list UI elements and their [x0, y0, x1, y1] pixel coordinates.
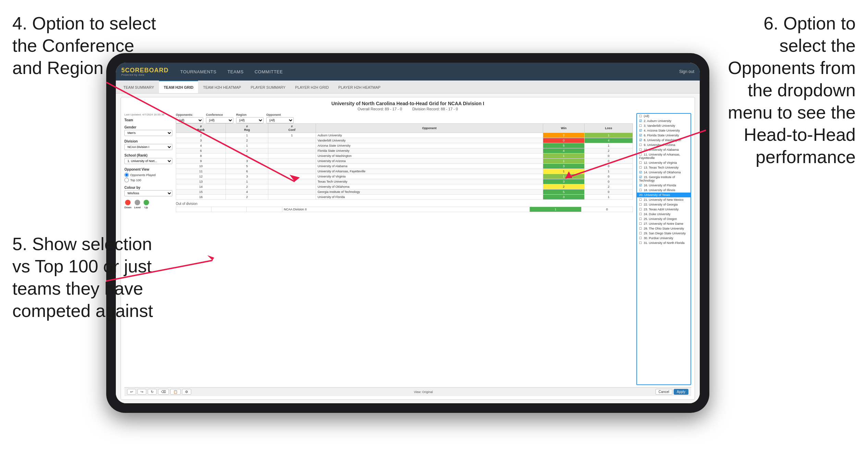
radio-top-100[interactable]: Top 100 — [124, 178, 172, 182]
h2h-header: University of North Carolina Head-to-Hea… — [124, 101, 691, 111]
dropdown-item[interactable]: ☑ 14. University of Oklahoma — [637, 170, 690, 175]
tab-player-h2h-grid[interactable]: PLAYER H2H GRID — [290, 81, 333, 93]
dropdown-item[interactable]: 20. University of Texas — [637, 193, 690, 197]
school-select[interactable]: 1. University of Nort... — [124, 158, 172, 164]
nav-committee[interactable]: COMMITTEE — [250, 67, 288, 76]
dropdown-item[interactable]: ☐ 30. Purdue University — [637, 236, 690, 241]
dropdown-item[interactable]: ☐ 24. Duke University — [637, 212, 690, 217]
dropdown-item[interactable]: ☑ 4. Arizona State University — [637, 128, 690, 133]
out-div-label: Out of division — [176, 202, 633, 206]
dropdown-item[interactable]: ☑ 15. Georgia Institute of Technology — [637, 175, 690, 183]
dropdown-item[interactable]: ☐ 21. University of New Mexico — [637, 197, 690, 202]
tab-player-summary[interactable]: PLAYER SUMMARY — [246, 81, 290, 93]
dropdown-item[interactable]: ☐ 3. Vanderbilt University — [637, 123, 690, 128]
tab-team-summary[interactable]: TEAM SUMMARY — [119, 81, 159, 93]
region-filter-select[interactable]: (All) — [236, 117, 264, 123]
cell-opponent: University of Washington — [316, 153, 543, 159]
dropdown-item[interactable]: ☐ 27. University of Notre Dame — [637, 221, 690, 226]
cell-win: 4 — [543, 148, 585, 153]
cell-conf — [268, 159, 316, 164]
dropdown-item[interactable]: ☑ 6. Florida State University — [637, 133, 690, 138]
dropdown-item[interactable]: ☐ 10. University of Alabama — [637, 147, 690, 152]
tab-team-h2h-grid[interactable]: TEAM H2H GRID — [159, 81, 198, 93]
dropdown-item[interactable]: ☑ 2. Auburn University — [637, 119, 690, 123]
out-div-table: NCAA Division II 1 0 — [176, 207, 633, 212]
opponent-filter-select[interactable]: (All) — [266, 117, 294, 123]
last-updated: Last Updated: 4/7/2024 16:55:38 — [124, 113, 172, 116]
dropdown-item[interactable]: ☐ 25. University of Oregon — [637, 217, 690, 221]
cell-reg: 2 — [226, 195, 268, 200]
cell-opponent: University of Alabama — [316, 164, 543, 169]
dropdown-item[interactable]: ☐ 23. Texas A&M University — [637, 207, 690, 212]
legend-down-circle — [125, 200, 131, 205]
nav-tournaments[interactable]: TOURNAMENTS — [175, 67, 221, 76]
opponents-filter-group: Opponents: (All) — [176, 113, 203, 123]
dropdown-item[interactable]: ☐ 9. University of Arizona — [637, 143, 690, 147]
dropdown-item[interactable]: ☐ 18. University of Illinois — [637, 188, 690, 193]
radio-opponents-played[interactable]: Opponents Played — [124, 173, 172, 177]
cell-rank: 15 — [176, 189, 226, 195]
cell-opponent: Georgia Institute of Technology — [316, 189, 543, 195]
dropdown-item[interactable]: ☐ 12. University of Virginia — [637, 160, 690, 165]
cell-opponent: Vanderbilt University — [316, 138, 543, 143]
cell-loss: 0 — [584, 189, 633, 195]
dropdown-item[interactable]: ☐ 29. San Diego State University — [637, 231, 690, 236]
cell-conf — [268, 184, 316, 189]
cell-reg: 4 — [226, 189, 268, 195]
apply-button[interactable]: Apply — [674, 389, 688, 395]
cell-conf — [268, 169, 316, 174]
undo-button[interactable]: ↩ — [127, 389, 136, 395]
redo-button[interactable]: ↪ — [137, 389, 146, 395]
dropdown-item[interactable]: ☐ (All) — [637, 114, 690, 119]
nav-teams[interactable]: TEAMS — [223, 67, 248, 76]
team-label: Team — [124, 118, 172, 122]
table-row: 8 1 University of Washington 1 0 — [176, 153, 633, 159]
dropdown-item[interactable]: ☑ 8. University of Washington — [637, 138, 690, 143]
tab-team-h2h-heatmap[interactable]: TEAM H2H HEATMAP — [198, 81, 246, 93]
dropdown-item[interactable]: ☐ 31. University of North Florida — [637, 241, 690, 245]
table-row: 10 5 University of Alabama 3 0 — [176, 164, 633, 169]
dropdown-item[interactable]: ☐ 11. University of Arkansas, Fayettevil… — [637, 152, 690, 160]
cell-win: 1 — [543, 153, 585, 159]
colour-by-select[interactable]: Win/loss — [124, 190, 172, 196]
settings-button[interactable]: ⚙ — [182, 389, 191, 395]
copy-button[interactable]: ⌫ — [158, 389, 169, 395]
tab-player-h2h-heatmap[interactable]: PLAYER H2H HEATMAP — [333, 81, 385, 93]
conference-filter-select[interactable]: (All) — [206, 117, 233, 123]
opponent-filter-group: Opponent (All) — [266, 113, 294, 123]
paste-button[interactable]: 📋 — [170, 389, 181, 395]
dropdown-item[interactable]: ☐ 22. University of Georgia — [637, 202, 690, 207]
col-win: Win — [543, 124, 585, 133]
table-row: 12 3 University of Virginia 1 0 — [176, 174, 633, 179]
h2h-table: #Rank #Reg #Conf Opponent Win Loss — [176, 123, 633, 200]
annotation-top-left: 4. Option to select the Conference and R… — [12, 12, 156, 79]
division-section: Division NCAA Division I — [124, 139, 172, 150]
cell-loss: 0 — [584, 174, 633, 179]
division-select[interactable]: NCAA Division I — [124, 144, 172, 150]
reset-button[interactable]: ↻ — [148, 389, 157, 395]
opponents-filter-select[interactable]: (All) — [176, 117, 203, 123]
cell-reg: 1 — [226, 179, 268, 184]
cancel-button[interactable]: Cancel — [656, 389, 672, 395]
cell-rank: 8 — [176, 153, 226, 159]
dropdown-item[interactable]: ☑ 16. University of Florida — [637, 183, 690, 188]
cell-rank: 6 — [176, 148, 226, 153]
table-row: 9 3 University of Arizona 1 0 — [176, 159, 633, 164]
cell-conf — [268, 138, 316, 143]
cell-reg: 2 — [226, 184, 268, 189]
table-row: 11 6 University of Arkansas, Fayettevill… — [176, 169, 633, 174]
cell-win: 1 — [543, 174, 585, 179]
dropdown-item[interactable]: ☐ 13. Texas Tech University — [637, 165, 690, 170]
table-row: 14 2 University of Oklahoma 2 2 — [176, 184, 633, 189]
cell-opponent: University of Arizona — [316, 159, 543, 164]
cell-rank: 10 — [176, 164, 226, 169]
nav-signout[interactable]: Sign out — [679, 69, 694, 74]
legend-up-circle — [144, 200, 149, 205]
region-filter-group: Region (All) — [236, 113, 264, 123]
gender-select[interactable]: Men's — [124, 130, 172, 136]
cell-opponent: Texas Tech University — [316, 179, 543, 184]
school-label: School (Rank) — [124, 153, 172, 157]
legend-down-label: Down — [124, 206, 131, 209]
dropdown-item[interactable]: ☐ 28. The Ohio State University — [637, 226, 690, 231]
annotation-top-right: 6. Option to select the Opponents from t… — [698, 12, 856, 168]
